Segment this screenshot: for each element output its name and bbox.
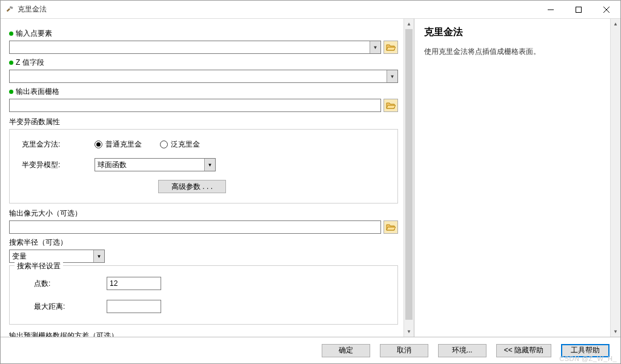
bottom-bar: 确定 取消 环境... << 隐藏帮助 工具帮助 <box>1 337 620 363</box>
help-title: 克里金法 <box>424 26 611 39</box>
advanced-row: 高级参数 . . . <box>22 180 385 193</box>
radio-ordinary[interactable]: 普通克里金 <box>95 139 142 150</box>
folder-open-icon <box>386 101 396 110</box>
content: 输入点要素 ▼ Z 值字段 ▼ 输 <box>1 19 620 337</box>
dialog-window: 克里金法 输入点要素 ▼ Z 值字段 <box>0 0 621 364</box>
input-points-combo[interactable]: ▼ <box>9 41 381 54</box>
input-points-label: 输入点要素 <box>9 28 398 39</box>
close-button[interactable] <box>593 1 620 19</box>
kriging-method-row: 克里金方法: 普通克里金 泛克里金 <box>22 139 385 150</box>
left-scrollbar[interactable]: ▲ ▼ <box>403 19 414 337</box>
environments-button[interactable]: 环境... <box>438 344 487 357</box>
folder-open-icon <box>386 223 396 231</box>
browse-cellsize-button[interactable] <box>384 220 398 234</box>
help-description: 使用克里金法将点插值成栅格表面。 <box>424 46 611 58</box>
chevron-down-icon: ▼ <box>370 41 380 53</box>
search-radius-value: 变量 <box>10 251 93 262</box>
required-dot-icon <box>9 61 13 65</box>
hammer-icon <box>5 5 14 14</box>
window-title: 克里金法 <box>18 4 47 15</box>
semivariogram-label: 半变异函数属性 <box>9 117 398 127</box>
maximize-button[interactable] <box>565 1 593 19</box>
z-field-row: ▼ <box>9 70 398 83</box>
hide-help-button[interactable]: << 隐藏帮助 <box>496 344 551 357</box>
folder-open-icon <box>386 43 396 51</box>
cancel-button[interactable]: 取消 <box>380 344 428 357</box>
watermark: CSDN @Z_W_H_ <box>559 355 617 362</box>
chevron-down-icon: ▼ <box>93 250 104 262</box>
semivariogram-model-combo[interactable]: 球面函数 ▼ <box>95 158 216 171</box>
search-radius-settings-group: 搜索半径设置 点数: 最大距离: <box>9 265 398 325</box>
output-raster-input[interactable] <box>9 99 381 112</box>
required-dot-icon <box>9 90 13 94</box>
output-raster-row <box>9 99 398 112</box>
svg-rect-2 <box>576 7 582 13</box>
kriging-method-label: 克里金方法: <box>22 139 76 150</box>
browse-output-raster-button[interactable] <box>384 99 398 112</box>
cellsize-row <box>9 220 398 234</box>
scroll-down-icon[interactable]: ▼ <box>611 326 620 337</box>
chevron-down-icon: ▼ <box>387 70 397 82</box>
browse-input-points-button[interactable] <box>384 41 398 54</box>
output-raster-label: 输出表面栅格 <box>9 87 398 97</box>
cellsize-input[interactable] <box>9 220 381 234</box>
cellsize-label: 输出像元大小（可选） <box>9 208 398 219</box>
search-radius-label: 搜索半径（可选） <box>9 237 398 248</box>
max-distance-input[interactable] <box>107 300 161 313</box>
input-points-row: ▼ <box>9 41 398 54</box>
radio-universal-input[interactable] <box>160 141 168 148</box>
required-dot-icon <box>9 31 13 36</box>
minimize-button[interactable] <box>537 1 565 19</box>
num-points-row: 点数: <box>22 277 385 290</box>
scroll-up-icon[interactable]: ▲ <box>611 19 620 29</box>
semivariogram-group: 克里金方法: 普通克里金 泛克里金 半变异模型: 球面函数 ▼ 高级参数 . .… <box>9 129 398 204</box>
form-area: 输入点要素 ▼ Z 值字段 ▼ 输 <box>1 19 414 337</box>
window-controls <box>537 1 620 18</box>
titlebar: 克里金法 <box>1 1 620 19</box>
left-pane: 输入点要素 ▼ Z 值字段 ▼ 输 <box>1 19 414 337</box>
advanced-params-button[interactable]: 高级参数 . . . <box>158 180 226 193</box>
num-points-label: 点数: <box>22 279 70 289</box>
output-variance-label: 输出预测栅格数据的方差（可选） <box>9 331 398 337</box>
semivariogram-model-row: 半变异模型: 球面函数 ▼ <box>22 158 385 171</box>
scroll-down-icon[interactable]: ▼ <box>404 326 414 337</box>
svg-rect-0 <box>10 5 13 8</box>
body-wrap: 输入点要素 ▼ Z 值字段 ▼ 输 <box>1 19 620 363</box>
z-field-combo[interactable]: ▼ <box>9 70 398 83</box>
max-distance-label: 最大距离: <box>22 302 70 312</box>
radio-ordinary-input[interactable] <box>95 141 102 148</box>
chevron-down-icon: ▼ <box>204 159 215 171</box>
num-points-input[interactable] <box>107 277 161 290</box>
ok-button[interactable]: 确定 <box>322 344 370 357</box>
z-field-label: Z 值字段 <box>9 58 398 68</box>
scroll-thumb[interactable] <box>405 29 413 320</box>
help-pane: 克里金法 使用克里金法将点插值成栅格表面。 ▲ ▼ <box>414 19 620 337</box>
scroll-up-icon[interactable]: ▲ <box>404 19 414 29</box>
search-settings-label: 搜索半径设置 <box>15 261 63 271</box>
max-distance-row: 最大距离: <box>22 300 385 313</box>
titlebar-left: 克里金法 <box>5 4 47 15</box>
right-scrollbar[interactable]: ▲ ▼ <box>610 19 620 337</box>
semivariogram-model-label: 半变异模型: <box>22 160 76 170</box>
radio-universal[interactable]: 泛克里金 <box>160 139 200 150</box>
semivariogram-model-value: 球面函数 <box>95 160 204 170</box>
